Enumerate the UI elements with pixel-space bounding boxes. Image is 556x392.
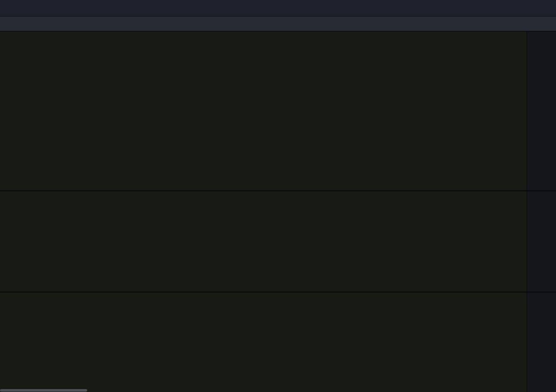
title-bar [0,0,556,17]
horizontal-scrollbar-thumb[interactable] [0,389,87,392]
chart-app [0,0,556,392]
price-axis[interactable] [527,31,556,392]
pane-separator[interactable] [0,190,556,191]
pane-separator[interactable] [0,292,556,292]
toolbar [0,17,556,31]
chart-canvas[interactable] [0,31,556,392]
chart-area [0,31,556,392]
